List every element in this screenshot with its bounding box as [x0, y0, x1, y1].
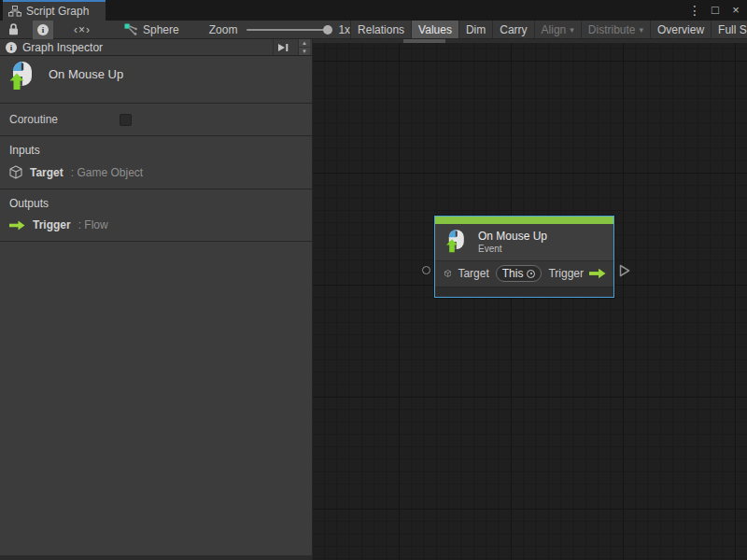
- flow-arrow-icon: [9, 220, 25, 231]
- info-icon: i: [6, 42, 17, 53]
- game-object-cube-icon: [444, 267, 451, 280]
- zoom-slider[interactable]: [247, 29, 331, 31]
- horizontal-scrollbar-thumb[interactable]: [403, 39, 445, 43]
- port-name: Trigger: [33, 218, 71, 231]
- tab-bar: Script Graph ⋮ □ ×: [0, 0, 747, 21]
- overview-button[interactable]: Overview: [650, 21, 711, 38]
- zoom-label: Zoom: [209, 23, 238, 36]
- graph-canvas[interactable]: On Mouse Up Event Target This Trigger: [313, 39, 747, 560]
- scroll-up-button[interactable]: ▲: [299, 39, 310, 47]
- carry-button[interactable]: Carry: [492, 21, 533, 38]
- node-header[interactable]: On Mouse Up Event: [435, 224, 613, 260]
- node-accent-bar: [435, 217, 613, 224]
- code-preview-button[interactable]: ‹×›: [74, 23, 91, 36]
- distribute-dropdown[interactable]: Distribute ▾: [581, 21, 650, 38]
- inspector-header: i Graph Inspector ▲ ▼: [0, 39, 312, 56]
- script-graph-window: Script Graph ⋮ □ × i ‹×› Sphe: [0, 0, 747, 560]
- input-port-row: Target : Game Object: [9, 165, 312, 179]
- toolbar-buttons: Relations Values Dim Carry Align ▾ Distr…: [350, 21, 747, 38]
- flow-arrow-icon: [589, 268, 606, 279]
- zoom-slider-handle[interactable]: [323, 25, 332, 35]
- context-label: Sphere: [143, 23, 179, 36]
- coroutine-label: Coroutine: [9, 113, 120, 126]
- on-mouse-up-node[interactable]: On Mouse Up Event Target This Trigger: [434, 216, 614, 298]
- inputs-section: Inputs Target : Game Object: [0, 135, 312, 189]
- coroutine-row: Coroutine: [0, 103, 312, 135]
- target-value: This: [502, 267, 524, 280]
- inspector-title: Graph Inspector: [22, 41, 103, 54]
- outputs-section: Outputs Trigger : Flow: [0, 189, 312, 241]
- inspector-empty-area: [0, 241, 312, 555]
- horizontal-scrollbar[interactable]: [313, 39, 747, 43]
- info-icon: i: [37, 24, 49, 35]
- on-mouse-up-icon: [444, 229, 467, 255]
- chevron-down-icon: ▾: [640, 25, 644, 35]
- dock-panel-button[interactable]: [273, 39, 292, 55]
- node-port-row: Target This Trigger: [435, 260, 613, 287]
- inputs-title: Inputs: [9, 144, 312, 157]
- graph-hierarchy-icon: [8, 6, 21, 17]
- lock-button[interactable]: [4, 21, 23, 39]
- port-type: : Game Object: [71, 166, 143, 179]
- unit-title-block: On Mouse Up: [0, 56, 312, 103]
- inspector-toggle-button[interactable]: i: [33, 21, 53, 39]
- port-name: Target: [30, 166, 63, 179]
- window-menu-icon[interactable]: ⋮: [687, 1, 702, 20]
- unit-title: On Mouse Up: [49, 67, 123, 103]
- dock-right-icon: [277, 43, 289, 52]
- scroll-down-button[interactable]: ▼: [299, 47, 310, 55]
- object-picker-icon[interactable]: [527, 270, 535, 278]
- node-title: On Mouse Up: [478, 230, 547, 243]
- close-icon[interactable]: ×: [728, 1, 743, 20]
- input-connection-port[interactable]: [422, 266, 430, 274]
- target-value-field[interactable]: This: [496, 265, 543, 282]
- graph-toolbar: i ‹×› Sphere Zoom 1x Relations Values Di…: [0, 21, 747, 39]
- node-subtitle: Event: [478, 244, 547, 255]
- lock-icon: [8, 23, 19, 35]
- chevron-down-icon: ▾: [570, 25, 574, 35]
- graph-inspector-panel: i Graph Inspector ▲ ▼: [0, 39, 313, 560]
- dim-button[interactable]: Dim: [458, 21, 492, 38]
- inspector-bottom-strip: [0, 555, 312, 560]
- outputs-title: Outputs: [9, 197, 312, 210]
- maximize-icon[interactable]: □: [708, 1, 723, 20]
- game-object-cube-icon: [9, 165, 22, 179]
- node-footer: [435, 287, 613, 297]
- graph-context[interactable]: Sphere: [124, 23, 179, 36]
- trigger-port-label: Trigger: [548, 267, 584, 280]
- full-screen-button[interactable]: Full Screen: [711, 21, 747, 38]
- output-port-row: Trigger : Flow: [9, 218, 312, 231]
- tab-label: Script Graph: [26, 5, 89, 18]
- output-connection-port[interactable]: [619, 264, 630, 277]
- align-dropdown[interactable]: Align ▾: [534, 21, 581, 38]
- relations-button[interactable]: Relations: [350, 21, 411, 38]
- on-mouse-up-icon: [7, 60, 35, 93]
- values-button[interactable]: Values: [411, 21, 458, 38]
- zoom-control: Zoom 1x: [209, 23, 350, 36]
- coroutine-checkbox[interactable]: [120, 114, 132, 126]
- target-port-label: Target: [458, 267, 488, 280]
- window-controls: ⋮ □ ×: [687, 0, 743, 21]
- script-graph-asset-icon: [124, 23, 137, 35]
- port-type: : Flow: [78, 218, 108, 231]
- panel-scroll-buttons: ▲ ▼: [298, 39, 310, 55]
- tab-script-graph[interactable]: Script Graph: [3, 0, 106, 21]
- zoom-value: 1x: [338, 23, 350, 36]
